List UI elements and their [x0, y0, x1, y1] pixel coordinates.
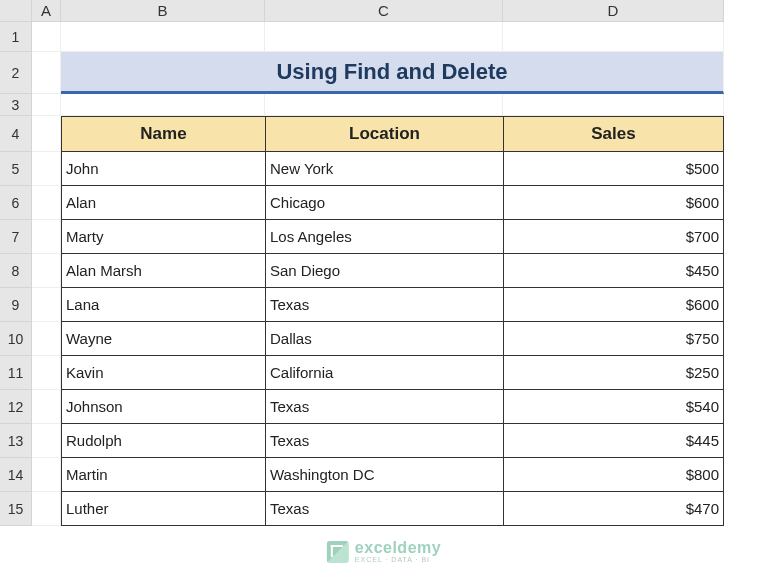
cell-A15[interactable]: [32, 492, 61, 526]
cell-location[interactable]: New York: [265, 152, 503, 186]
cell-sales[interactable]: $500: [503, 152, 724, 186]
cell-name[interactable]: Luther: [61, 492, 265, 526]
row-header-6[interactable]: 6: [0, 186, 32, 220]
cell-A1[interactable]: [32, 22, 61, 52]
cell-sales[interactable]: $600: [503, 186, 724, 220]
col-header-B[interactable]: B: [61, 0, 265, 22]
cell-sales[interactable]: $750: [503, 322, 724, 356]
cell-sales[interactable]: $450: [503, 254, 724, 288]
cell-A9[interactable]: [32, 288, 61, 322]
row-header-3[interactable]: 3: [0, 94, 32, 116]
watermark-brand: exceldemy: [355, 540, 441, 556]
col-header-D[interactable]: D: [503, 0, 724, 22]
cell-name[interactable]: Rudolph: [61, 424, 265, 458]
exceldemy-logo-icon: [327, 541, 349, 563]
cell-name[interactable]: John: [61, 152, 265, 186]
cell-sales[interactable]: $600: [503, 288, 724, 322]
cell-location[interactable]: Texas: [265, 288, 503, 322]
spreadsheet-grid[interactable]: A B C D 1 2 Using Find and Delete 3 4 Na…: [0, 0, 768, 526]
cell-A4[interactable]: [32, 116, 61, 152]
cell-sales[interactable]: $470: [503, 492, 724, 526]
cell-location[interactable]: San Diego: [265, 254, 503, 288]
cell-A10[interactable]: [32, 322, 61, 356]
cell-name[interactable]: Kavin: [61, 356, 265, 390]
cell-D3[interactable]: [503, 94, 724, 116]
row-header-8[interactable]: 8: [0, 254, 32, 288]
row-header-7[interactable]: 7: [0, 220, 32, 254]
cell-location[interactable]: Los Angeles: [265, 220, 503, 254]
cell-name[interactable]: Martin: [61, 458, 265, 492]
cell-A13[interactable]: [32, 424, 61, 458]
cell-A5[interactable]: [32, 152, 61, 186]
cell-sales[interactable]: $540: [503, 390, 724, 424]
cell-location[interactable]: Dallas: [265, 322, 503, 356]
select-all-corner[interactable]: [0, 0, 32, 22]
cell-name[interactable]: Alan: [61, 186, 265, 220]
table-header-sales[interactable]: Sales: [503, 116, 724, 152]
cell-sales[interactable]: $250: [503, 356, 724, 390]
cell-A6[interactable]: [32, 186, 61, 220]
cell-sales[interactable]: $445: [503, 424, 724, 458]
cell-B1[interactable]: [61, 22, 265, 52]
cell-location[interactable]: Texas: [265, 424, 503, 458]
row-header-13[interactable]: 13: [0, 424, 32, 458]
cell-name[interactable]: Lana: [61, 288, 265, 322]
cell-name[interactable]: Johnson: [61, 390, 265, 424]
row-header-12[interactable]: 12: [0, 390, 32, 424]
row-header-10[interactable]: 10: [0, 322, 32, 356]
cell-location[interactable]: California: [265, 356, 503, 390]
col-header-A[interactable]: A: [32, 0, 61, 22]
table-header-location[interactable]: Location: [265, 116, 503, 152]
cell-A8[interactable]: [32, 254, 61, 288]
cell-C1[interactable]: [265, 22, 503, 52]
cell-A14[interactable]: [32, 458, 61, 492]
cell-A2[interactable]: [32, 52, 61, 94]
page-title[interactable]: Using Find and Delete: [61, 52, 724, 94]
row-header-1[interactable]: 1: [0, 22, 32, 52]
row-header-14[interactable]: 14: [0, 458, 32, 492]
cell-C3[interactable]: [265, 94, 503, 116]
cell-A12[interactable]: [32, 390, 61, 424]
row-header-4[interactable]: 4: [0, 116, 32, 152]
cell-name[interactable]: Alan Marsh: [61, 254, 265, 288]
row-header-15[interactable]: 15: [0, 492, 32, 526]
cell-D1[interactable]: [503, 22, 724, 52]
col-header-C[interactable]: C: [265, 0, 503, 22]
watermark: exceldemy EXCEL · DATA · BI: [327, 540, 441, 563]
cell-sales[interactable]: $700: [503, 220, 724, 254]
cell-name[interactable]: Wayne: [61, 322, 265, 356]
row-header-2[interactable]: 2: [0, 52, 32, 94]
row-header-9[interactable]: 9: [0, 288, 32, 322]
watermark-tagline: EXCEL · DATA · BI: [355, 556, 441, 563]
row-header-5[interactable]: 5: [0, 152, 32, 186]
cell-sales[interactable]: $800: [503, 458, 724, 492]
cell-location[interactable]: Chicago: [265, 186, 503, 220]
cell-B3[interactable]: [61, 94, 265, 116]
cell-A7[interactable]: [32, 220, 61, 254]
cell-A11[interactable]: [32, 356, 61, 390]
row-header-11[interactable]: 11: [0, 356, 32, 390]
cell-name[interactable]: Marty: [61, 220, 265, 254]
cell-location[interactable]: Texas: [265, 492, 503, 526]
table-header-name[interactable]: Name: [61, 116, 265, 152]
cell-A3[interactable]: [32, 94, 61, 116]
cell-location[interactable]: Washington DC: [265, 458, 503, 492]
cell-location[interactable]: Texas: [265, 390, 503, 424]
